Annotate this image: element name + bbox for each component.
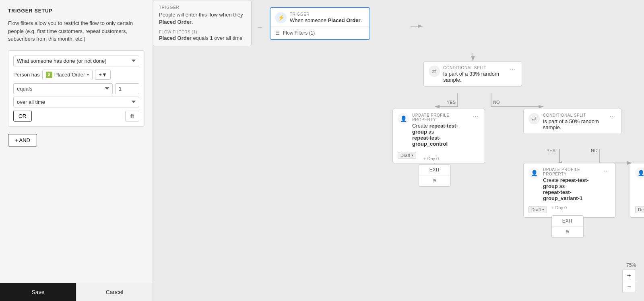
zoom-out-button[interactable]: − (623, 281, 636, 293)
filter-list-icon: ☰ (275, 30, 280, 36)
conditional-split-1-header: ⇄ Conditional Split Is part of a 33% ran… (424, 62, 522, 86)
split-2-type: Conditional Split (543, 113, 605, 118)
condition-dropdown[interactable]: What someone has done (or not done) Prop… (13, 56, 139, 66)
exit-icon-1: ⚑ (419, 175, 450, 186)
save-button[interactable]: Save (0, 283, 76, 301)
equals-dropdown[interactable]: equals does not equal is at least is at … (13, 83, 113, 94)
flow-filters-label: Flow Filters (1) (283, 30, 315, 36)
profile-3-status: Draft ▾ (630, 204, 644, 217)
filter-actions: OR 🗑 (13, 111, 139, 122)
trigger-box-text: People will enter this flow when they Pl… (159, 11, 246, 26)
trigger-info-box: TRIGGER People will enter this flow when… (153, 0, 252, 46)
trigger-node-header: ⚡ Trigger When someone Placed Order. (270, 8, 369, 27)
profile-1-type: Update Profile Property (412, 113, 468, 122)
exit-node-2[interactable]: EXIT ⚑ (551, 215, 584, 238)
trigger-filter-value: Placed Order equals 1 over all time (159, 35, 246, 41)
add-filter-button[interactable]: +▼ (95, 70, 110, 80)
profile-icon-3: 👤 (635, 167, 644, 179)
profile-1-draft-badge[interactable]: Draft ▾ (398, 152, 416, 159)
update-profile-2-node[interactable]: 👤 Update Profile Property Create repeat-… (523, 163, 616, 218)
update-profile-1-node[interactable]: 👤 Update Profile Property Create repeat-… (392, 109, 485, 163)
conditional-split-1-content: Conditional Split Is part of a 33% rando… (443, 66, 505, 83)
profile-icon-1: 👤 (398, 113, 409, 124)
update-profile-2-header: 👤 Update Profile Property Create repeat-… (524, 163, 615, 204)
conditional-split-2-node[interactable]: ⇄ Conditional Split Is part of a 50% ran… (523, 109, 622, 134)
zoom-in-button[interactable]: + (623, 270, 636, 281)
value-input[interactable] (115, 83, 139, 94)
condition-row: What someone has done (or not done) Prop… (13, 56, 139, 66)
trigger-lightning-icon: ⚡ (275, 12, 287, 23)
person-has-label: Person has (13, 72, 40, 78)
trigger-filters-row[interactable]: ☰ Flow Filters (1) (270, 27, 369, 39)
split-2-more-button[interactable]: ··· (608, 113, 617, 120)
split-1-type: Conditional Split (443, 66, 505, 70)
arrow-icon: → (256, 23, 263, 32)
trigger-box-label: TRIGGER (159, 5, 246, 10)
panel-title: TRIGGER SETUP (8, 8, 144, 14)
split-1-more-button[interactable]: ··· (508, 66, 517, 73)
shopify-event-badge[interactable]: S Placed Order ▾ (42, 70, 93, 80)
no-label-2: NO (591, 148, 598, 153)
flow-canvas: TRIGGER People will enter this flow when… (153, 0, 644, 301)
update-profile-3-header: 👤 Update Profile Property Create repeat-… (630, 163, 644, 204)
left-panel: TRIGGER SETUP Flow filters allow you to … (0, 0, 153, 301)
trigger-node[interactable]: ⚡ Trigger When someone Placed Order. ☰ F… (270, 7, 370, 40)
conditional-split-1-node[interactable]: ⇄ Conditional Split Is part of a 33% ran… (423, 61, 522, 87)
profile-2-title: Create repeat-test-group asrepeat-test-g… (543, 177, 599, 201)
split-1-title: Is part of a 33% random sample. (443, 71, 505, 83)
profile-2-more-button[interactable]: ··· (602, 167, 611, 175)
delete-filter-button[interactable]: 🗑 (125, 111, 139, 122)
update-profile-2-content: Update Profile Property Create repeat-te… (543, 167, 599, 201)
trigger-node-content: Trigger When someone Placed Order. (290, 12, 365, 23)
cancel-button[interactable]: Cancel (76, 283, 153, 301)
shopify-event-label: Placed Order (54, 72, 85, 78)
profile-2-draft-badge[interactable]: Draft ▾ (528, 206, 547, 213)
panel-footer: Save Cancel (0, 283, 153, 301)
filter-section: What someone has done (or not done) Prop… (8, 50, 144, 127)
no-label-1: NO (493, 100, 500, 105)
exit-node-1[interactable]: EXIT ⚑ (419, 164, 451, 187)
split-icon-1: ⇄ (429, 66, 440, 77)
equals-row: equals does not equal is at least is at … (13, 83, 139, 94)
shopify-dropdown-arrow: ▾ (87, 72, 89, 77)
trigger-node-title: When someone Placed Order. (290, 17, 365, 23)
conditional-split-2-header: ⇄ Conditional Split Is part of a 50% ran… (524, 109, 621, 134)
day-label-1: + Day 0 (423, 156, 439, 161)
trigger-type-label: Trigger (290, 12, 365, 16)
trigger-filter-label: FLOW FILTERS (1) (159, 30, 246, 34)
profile-2-type: Update Profile Property (543, 167, 599, 176)
update-profile-3-node[interactable]: 👤 Update Profile Property Create repeat-… (630, 163, 644, 218)
time-row: over all time in the last 30 days in the… (13, 97, 139, 107)
zoom-percent-label: 75% (626, 262, 636, 268)
conditional-split-2-content: Conditional Split Is part of a 50% rando… (543, 113, 605, 130)
or-button[interactable]: OR (13, 111, 32, 122)
and-button[interactable]: + AND (8, 134, 37, 146)
filter-value-suffix: equals 1 over all time (193, 35, 243, 41)
yes-label-1: YES (447, 100, 456, 105)
update-profile-1-header: 👤 Update Profile Property Create repeat-… (393, 109, 485, 150)
profile-3-draft-badge[interactable]: Draft ▾ (635, 206, 644, 213)
profile-1-title: Create repeat-test-group asrepeat-test-g… (412, 123, 468, 147)
exit-label-1: EXIT (419, 165, 450, 175)
exit-icon-2: ⚑ (552, 227, 583, 237)
shopify-icon: S (46, 72, 52, 78)
split-2-title: Is part of a 50% random sample. (543, 118, 605, 130)
profile-icon-2: 👤 (528, 167, 540, 179)
profile-1-more-button[interactable]: ··· (471, 113, 480, 120)
person-has-row: Person has S Placed Order ▾ +▼ (13, 70, 139, 80)
panel-description: Flow filters allow you to restrict the f… (8, 19, 144, 43)
update-profile-1-content: Update Profile Property Create repeat-te… (412, 113, 468, 147)
split-icon-2: ⇄ (528, 113, 540, 124)
time-dropdown[interactable]: over all time in the last 30 days in the… (13, 97, 139, 107)
day-label-2: + Day 0 (551, 205, 567, 210)
zoom-button-group: + − (622, 270, 636, 293)
zoom-controls: 75% + − (622, 262, 636, 293)
yes-label-2: YES (547, 148, 555, 153)
exit-label-2: EXIT (552, 216, 583, 227)
